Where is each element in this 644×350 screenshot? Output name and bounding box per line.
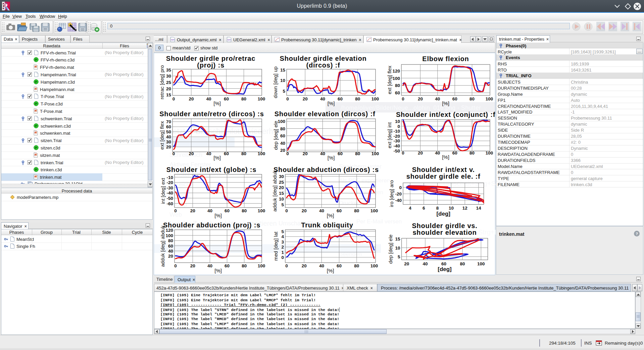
- svg-text:70: 70: [166, 119, 171, 124]
- svg-text:Shoulder abduction (proj) :s: Shoulder abduction (proj) :s: [163, 221, 260, 229]
- svg-text:100: 100: [258, 151, 265, 156]
- svg-text:5: 5: [281, 202, 284, 207]
- svg-text:1: 1: [281, 250, 284, 255]
- svg-text:dep [deg] ele: dep [deg] ele: [388, 234, 393, 264]
- svg-text:[%]: [%]: [442, 100, 449, 106]
- svg-text:80: 80: [354, 263, 359, 268]
- svg-text:ext [deg] flex: ext [deg] flex: [387, 65, 392, 94]
- svg-text:80: 80: [395, 83, 400, 88]
- svg-text:0: 0: [174, 208, 177, 213]
- svg-text:20: 20: [189, 151, 194, 156]
- svg-text:40: 40: [423, 261, 428, 266]
- svg-text:0: 0: [402, 96, 404, 101]
- svg-text:80: 80: [242, 208, 247, 213]
- svg-text:-50: -50: [393, 148, 400, 154]
- svg-text:40: 40: [206, 96, 211, 101]
- svg-text:0: 0: [397, 124, 400, 129]
- svg-text:20: 20: [302, 263, 307, 268]
- svg-text:[%]: [%]: [214, 213, 222, 218]
- svg-text:-50: -50: [166, 196, 173, 201]
- svg-text:40: 40: [435, 150, 440, 156]
- svg-text:80: 80: [241, 96, 246, 101]
- svg-text:0: 0: [399, 185, 402, 190]
- svg-text:15: 15: [280, 68, 286, 73]
- svg-text:0: 0: [172, 96, 175, 101]
- svg-text:6: 6: [423, 206, 425, 211]
- svg-text:?: ?: [636, 232, 638, 236]
- svg-text:adduk [deg] abduk: adduk [deg] abduk: [272, 170, 278, 212]
- svg-text:5: 5: [398, 254, 400, 259]
- svg-text:</>: </>: [227, 39, 231, 41]
- svg-text:80: 80: [241, 151, 246, 156]
- svg-text:[deg]: [deg]: [436, 211, 450, 217]
- svg-text:10: 10: [395, 119, 400, 124]
- svg-text:20: 20: [168, 254, 173, 259]
- svg-text:-40: -40: [166, 190, 173, 195]
- svg-text:0: 0: [174, 263, 177, 268]
- svg-text:Shoulder abduction (dircos) :s: Shoulder abduction (dircos) :s: [274, 166, 379, 173]
- svg-text:100: 100: [165, 233, 173, 238]
- svg-text:100: 100: [371, 151, 379, 156]
- svg-text:[%]: [%]: [327, 268, 334, 273]
- svg-text:60: 60: [224, 151, 229, 156]
- svg-text:-30: -30: [393, 138, 400, 143]
- svg-text:P: P: [35, 58, 37, 61]
- svg-text:0: 0: [285, 263, 288, 268]
- svg-text:80: 80: [355, 151, 360, 156]
- svg-text:25: 25: [166, 80, 171, 85]
- svg-text:0: 0: [172, 151, 175, 156]
- svg-text:10: 10: [279, 196, 284, 202]
- svg-text:(proj) :s: (proj) :s: [197, 61, 225, 69]
- svg-text:80: 80: [354, 208, 359, 213]
- svg-text:0: 0: [285, 208, 288, 213]
- svg-text:100: 100: [371, 96, 379, 101]
- svg-text:-20: -20: [393, 134, 400, 139]
- svg-text:[%]: [%]: [328, 155, 335, 161]
- svg-text:4: 4: [409, 206, 411, 211]
- svg-text:adduk [deg] abduk: adduk [deg] abduk: [160, 225, 165, 267]
- svg-text:P: P: [35, 168, 37, 171]
- svg-text:int [deg] ext: int [deg] ext: [160, 178, 166, 204]
- svg-text:20: 20: [418, 150, 423, 156]
- svg-text:20: 20: [302, 208, 307, 213]
- svg-text:12: 12: [462, 206, 467, 211]
- svg-text:[%]: [%]: [328, 100, 335, 106]
- svg-text:15: 15: [279, 191, 284, 196]
- svg-text:Shoulder elevation (dircos) :f: Shoulder elevation (dircos) :f: [275, 110, 376, 118]
- svg-text:80: 80: [469, 96, 475, 101]
- svg-text:100: 100: [486, 150, 493, 156]
- svg-text:100: 100: [258, 96, 265, 101]
- svg-text:ext [deg] int: ext [deg] int: [387, 122, 392, 148]
- svg-text:120: 120: [392, 69, 400, 74]
- svg-text:-60: -60: [166, 201, 173, 206]
- svg-text:20: 20: [303, 96, 308, 101]
- svg-text:30: 30: [166, 139, 171, 144]
- svg-text:80: 80: [280, 126, 285, 131]
- svg-text:20: 20: [303, 151, 308, 156]
- svg-text:40: 40: [168, 249, 173, 254]
- svg-text:dep [deg] ele: dep [deg] ele: [273, 121, 279, 150]
- svg-text:20: 20: [166, 86, 171, 91]
- svg-text:14: 14: [476, 206, 481, 211]
- svg-text:-10: -10: [393, 129, 400, 134]
- svg-text:100: 100: [258, 263, 265, 268]
- svg-text:60: 60: [338, 96, 343, 101]
- svg-text:50: 50: [166, 129, 171, 134]
- svg-text:60: 60: [225, 263, 230, 268]
- svg-text:-20: -20: [395, 191, 402, 196]
- svg-text:60: 60: [280, 133, 285, 138]
- svg-text:10: 10: [449, 206, 454, 211]
- svg-text:40: 40: [435, 96, 440, 101]
- svg-text:20: 20: [279, 185, 284, 190]
- svg-text:100: 100: [258, 208, 265, 213]
- svg-text:100: 100: [370, 208, 378, 213]
- svg-text:20: 20: [404, 261, 409, 266]
- svg-text:40: 40: [207, 208, 212, 213]
- svg-text:5: 5: [281, 229, 284, 234]
- svg-text:P: P: [35, 80, 37, 84]
- svg-text:-10: -10: [166, 175, 173, 180]
- svg-text:0: 0: [281, 255, 284, 260]
- svg-text:[%]: [%]: [327, 213, 334, 218]
- svg-text:0: 0: [402, 150, 404, 156]
- svg-text:Trunk obliquity: Trunk obliquity: [301, 221, 353, 229]
